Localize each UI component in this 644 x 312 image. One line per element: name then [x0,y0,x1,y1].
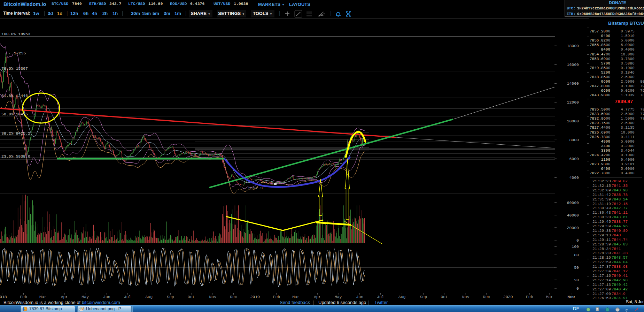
svg-text:23.6% 5938.0: 23.6% 5938.0 [1,154,30,159]
svg-text:78.6% 15307: 78.6% 15307 [1,66,28,71]
svg-text:20: 20 [574,278,579,282]
svg-text:20000: 20000 [567,226,579,230]
svg-text:0: 0 [576,286,579,291]
svg-text:38.2% 8425.2: 38.2% 8425.2 [1,131,30,136]
svg-text:40000: 40000 [567,213,579,218]
svg-text:← 3122.3: ← 3122.3 [243,186,263,190]
svg-text:4000: 4000 [569,175,579,180]
svg-text:12000: 12000 [567,100,579,105]
svg-text:10000: 10000 [567,119,579,123]
svg-text:0: 0 [576,238,579,243]
svg-text:← 17235: ← 17235 [9,51,26,55]
svg-text:50.0% 10435: 50.0% 10435 [1,112,28,116]
svg-text:18000: 18000 [567,44,579,48]
svg-text:16000: 16000 [567,62,579,67]
svg-text:100.0% 18953: 100.0% 18953 [1,32,30,36]
svg-text:61.8% 12446: 61.8% 12446 [1,93,28,98]
svg-text:6000: 6000 [569,157,579,161]
svg-text:80: 80 [574,253,579,257]
svg-text:50: 50 [574,265,579,270]
svg-text:14000: 14000 [567,81,579,86]
svg-text:8000: 8000 [569,138,579,142]
svg-text:60000: 60000 [567,200,579,205]
svg-text:100: 100 [572,244,579,249]
